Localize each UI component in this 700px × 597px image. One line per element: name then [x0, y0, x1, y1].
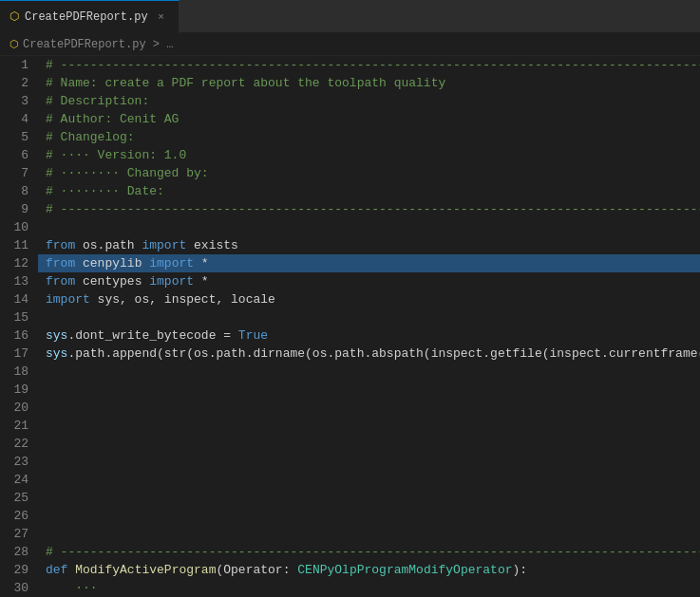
line-content: # ···· Version: 1.0 [38, 146, 700, 164]
line-content [38, 435, 700, 453]
table-row: 9# -------------------------------------… [0, 200, 700, 218]
table-row: 23 [0, 453, 700, 471]
table-row: 1# -------------------------------------… [0, 56, 700, 74]
table-row: 25 [0, 489, 700, 507]
table-row: 4# Author: Cenit AG [0, 110, 700, 128]
line-number: 2 [0, 74, 38, 92]
line-number: 13 [0, 272, 38, 290]
table-row: 2# Name: create a PDF report about the t… [0, 74, 700, 92]
line-number: 3 [0, 92, 38, 110]
line-number: 17 [0, 345, 38, 363]
line-content [38, 363, 700, 381]
line-content: # ········ Date: [38, 182, 700, 200]
line-content [38, 489, 700, 507]
line-number: 1 [0, 56, 38, 74]
tab-bar: ⬡ CreatePDFReport.py × [0, 0, 700, 33]
line-number: 5 [0, 128, 38, 146]
line-content: sys.dont_write_bytecode = True [38, 326, 700, 345]
line-content: ··· [38, 579, 700, 597]
line-content [38, 381, 700, 399]
line-content: def ModifyActiveProgram(Operator: CENPyO… [38, 561, 700, 579]
line-content: # Name: create a PDF report about the to… [38, 74, 700, 92]
line-number: 28 [0, 543, 38, 561]
breadcrumb-icon: ⬡ [9, 38, 19, 50]
line-number: 9 [0, 200, 38, 218]
line-content [38, 525, 700, 543]
line-number: 20 [0, 399, 38, 417]
line-content: import sys, os, inspect, locale [38, 290, 700, 308]
line-content: # --------------------------------------… [38, 56, 700, 74]
table-row: 12from cenpylib import * [0, 254, 700, 272]
line-content [38, 453, 700, 471]
table-row: 21 [0, 417, 700, 435]
table-row: 17sys.path.append(str(os.path.dirname(os… [0, 345, 700, 363]
line-number: 6 [0, 146, 38, 164]
table-row: 19 [0, 381, 700, 399]
line-number: 15 [0, 308, 38, 326]
tab-close-button[interactable]: × [154, 9, 169, 25]
line-number: 14 [0, 290, 38, 308]
line-content: # --------------------------------------… [38, 200, 700, 218]
table-row: 7# ········ Changed by: [0, 164, 700, 182]
line-content: from centypes import * [38, 272, 700, 290]
table-row: 27 [0, 525, 700, 543]
table-row: 29def ModifyActiveProgram(Operator: CENP… [0, 561, 700, 579]
code-editor[interactable]: 1# -------------------------------------… [0, 56, 700, 597]
line-number: 21 [0, 417, 38, 435]
table-row: 26 [0, 507, 700, 525]
table-row: 20 [0, 399, 700, 417]
line-number: 22 [0, 435, 38, 453]
line-content: # ········ Changed by: [38, 164, 700, 182]
editor-window: ⬡ CreatePDFReport.py × ⬡ CreatePDFReport… [0, 0, 700, 597]
table-row: 24 [0, 471, 700, 489]
breadcrumb-path: CreatePDFReport.py > … [23, 38, 173, 51]
table-row: 8# ········ Date: [0, 182, 700, 200]
line-number: 12 [0, 254, 38, 272]
line-number: 4 [0, 110, 38, 128]
line-number: 11 [0, 236, 38, 254]
table-row: 30 ··· [0, 579, 700, 597]
table-row: 13from centypes import * [0, 272, 700, 290]
table-row: 16sys.dont_write_bytecode = True [0, 326, 700, 345]
line-content: # Changelog: [38, 128, 700, 146]
line-number: 19 [0, 381, 38, 399]
line-content: # --------------------------------------… [38, 543, 700, 561]
line-number: 23 [0, 453, 38, 471]
line-number: 10 [0, 218, 38, 236]
table-row: 3# Description: [0, 92, 700, 110]
line-number: 26 [0, 507, 38, 525]
table-row: 10 [0, 218, 700, 236]
table-row: 11from os.path import exists [0, 236, 700, 254]
line-content: # Description: [38, 92, 700, 110]
line-content [38, 218, 700, 236]
line-number: 25 [0, 489, 38, 507]
line-content: # Author: Cenit AG [38, 110, 700, 128]
line-content [38, 507, 700, 525]
table-row: 5# Changelog: [0, 128, 700, 146]
line-content: from os.path import exists [38, 236, 700, 254]
python-file-icon: ⬡ [9, 9, 19, 24]
line-content [38, 417, 700, 435]
table-row: 22 [0, 435, 700, 453]
breadcrumb: ⬡ CreatePDFReport.py > … [0, 33, 700, 56]
tab-label: CreatePDFReport.py [25, 10, 148, 24]
table-row: 18 [0, 363, 700, 381]
table-row: 15 [0, 308, 700, 326]
line-number: 16 [0, 326, 38, 345]
line-number: 30 [0, 579, 38, 597]
line-number: 18 [0, 363, 38, 381]
line-number: 24 [0, 471, 38, 489]
editor-content: 1# -------------------------------------… [0, 56, 700, 597]
table-row: 6# ···· Version: 1.0 [0, 146, 700, 164]
table-row: 28# ------------------------------------… [0, 543, 700, 561]
file-tab[interactable]: ⬡ CreatePDFReport.py × [0, 0, 180, 33]
line-number: 29 [0, 561, 38, 579]
table-row: 14import sys, os, inspect, locale [0, 290, 700, 308]
line-content [38, 308, 700, 326]
line-content: from cenpylib import * [38, 254, 700, 272]
line-content [38, 399, 700, 417]
line-number: 27 [0, 525, 38, 543]
line-number: 8 [0, 182, 38, 200]
line-number: 7 [0, 164, 38, 182]
line-content [38, 471, 700, 489]
